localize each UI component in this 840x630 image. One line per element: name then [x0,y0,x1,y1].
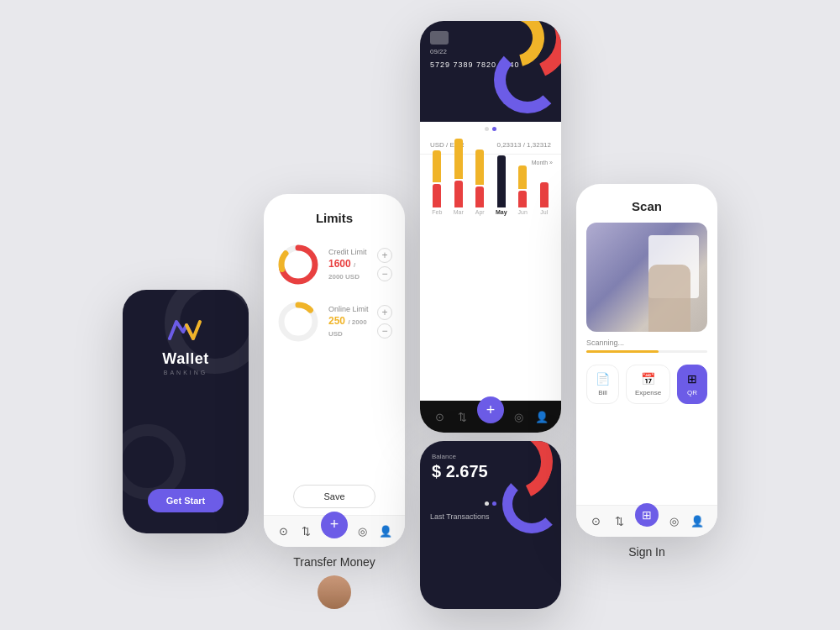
qr-icon: ⊞ [687,372,697,386]
bar-label-feb: Feb [432,209,442,215]
bar-jul: Jul [536,182,554,215]
balance-dot-1 [485,501,489,506]
scan-hand [648,265,690,332]
credit-value: 1600 / 2000 USD [328,258,369,281]
card-dot-2 [492,127,496,131]
bar-apr-orange [475,186,484,207]
online-label: Online Limit [328,305,369,313]
bar-mar: Mar [450,139,468,215]
nav-profile-icon[interactable]: 👤 [378,524,393,539]
sign-in-label: Sign In [628,545,665,559]
online-limit-item: Online Limit 250 / 2000 USD + − [276,300,392,344]
credit-controls: + − [377,248,392,281]
limits-bottom-nav: ⊙ ⇅ + ◎ 👤 [264,515,405,547]
get-start-button[interactable]: Get Start [148,489,223,512]
save-wrap: Save [264,476,405,515]
scan-title: Scan [632,199,662,213]
bar-apr: Apr [471,150,489,215]
card-pagination [420,122,561,136]
online-info: Online Limit 250 / 2000 USD [328,305,369,339]
qr-button[interactable]: ⊞ QR [677,365,707,404]
online-decrease-btn[interactable]: − [377,323,392,339]
scanning-bar-track [586,350,707,353]
nav-home-dark-icon[interactable]: ⊙ [432,409,447,424]
wallet-icon [168,315,203,345]
limits-screen: Limits Credit Limit [264,194,405,515]
scanning-row: Scanning... [576,332,717,356]
online-increase-btn[interactable]: + [377,305,392,320]
bar-mar-yellow [454,139,463,179]
bar-apr-yellow [475,150,484,185]
phone-welcome: Wallet BANKING Get Start [123,290,249,533]
nav-chart-icon[interactable]: ⇅ [298,524,313,539]
phone-limits: Limits Credit Limit [264,194,405,547]
limits-title: Limits [316,211,353,225]
bar-feb-orange [433,184,441,207]
phone-balance: Balance $ 2.675 Last Transactions [420,441,561,609]
scan-nav-wallet-icon[interactable]: ◎ [667,514,682,529]
nav-home-icon[interactable]: ⊙ [276,524,291,539]
save-button[interactable]: Save [293,485,375,508]
chart-bottom-nav: ⊙ ⇅ + ◎ 👤 [420,401,561,433]
balance-card: Balance $ 2.675 [420,441,561,493]
credit-label: Credit Limit [328,248,369,256]
nav-profile-dark-icon[interactable]: 👤 [534,409,549,424]
credit-info: Credit Limit 1600 / 2000 USD [328,248,369,281]
card-dot-1 [485,127,489,131]
credit-increase-btn[interactable]: + [377,248,392,263]
card-section: 09/22 5729 7389 7820 1840 [420,21,561,122]
chart-area: Month » Feb Mar [420,155,561,401]
expense-button[interactable]: 📅 Expense [626,365,670,404]
expense-icon: 📅 [641,372,655,386]
bill-label: Bill [598,389,607,396]
online-value: 250 / 2000 USD [328,315,369,339]
scan-nav-scan-button[interactable]: ⊞ [635,503,659,527]
nav-add-button[interactable]: + [321,512,348,538]
nav-wallet-icon[interactable]: ◎ [355,524,370,539]
scan-nav-chart-icon[interactable]: ⇅ [612,514,627,529]
nav-chart-dark-icon[interactable]: ⇅ [454,409,470,424]
bar-jul-orange [540,182,549,207]
qr-label: QR [687,389,697,396]
phone-card-chart: 09/22 5729 7389 7820 1840 USD / EUR 0,23… [420,21,561,433]
online-controls: + − [377,305,392,339]
nav-wallet-dark-icon[interactable]: ◎ [512,409,527,424]
avatar [318,575,351,609]
scan-image [586,223,707,332]
transfer-label: Transfer Money [293,555,375,569]
bar-label-jun: Jun [518,209,528,215]
credit-donut [276,243,320,286]
credit-limit-item: Credit Limit 1600 / 2000 USD + − [276,243,392,286]
balance-label: Balance [432,453,549,460]
bill-icon: 📄 [596,372,610,386]
balance-dot-2 [492,501,496,506]
bill-button[interactable]: 📄 Bill [586,365,619,404]
bar-label-mar: Mar [454,209,464,215]
phone-scan: Scan Scanning... 📄 Bill 📅 [576,184,717,537]
nav-add-dark-button[interactable]: + [477,396,504,423]
wallet-logo: Wallet BANKING [162,315,208,375]
bar-label-apr: Apr [475,209,485,215]
scan-actions: 📄 Bill 📅 Expense ⊞ QR [576,356,717,412]
bar-label-may: May [496,209,507,215]
bar-feb: Feb [428,150,446,215]
scan-nav-profile-icon[interactable]: 👤 [690,514,705,529]
credit-decrease-btn[interactable]: − [377,266,392,281]
scan-bottom-nav: ⊙ ⇅ ⊞ ◎ 👤 [576,505,717,537]
online-donut [276,300,320,344]
bar-may: May [493,155,511,215]
bar-jun: Jun [514,165,532,215]
transfer-section: Transfer Money [293,555,375,609]
avatar-image [318,575,351,609]
bar-label-jul: Jul [540,209,548,215]
card-chip [430,31,449,45]
bar-mar-orange [454,181,463,207]
month-button[interactable]: Month » [532,160,553,165]
scanning-bar-fill [586,350,659,353]
scan-header: Scan [576,184,717,223]
limits-content: Credit Limit 1600 / 2000 USD + − [264,234,405,476]
card-arc-purple [494,46,561,113]
bar-feb-yellow [433,150,441,182]
app-name: Wallet [162,350,208,368]
scan-nav-home-icon[interactable]: ⊙ [589,514,604,529]
